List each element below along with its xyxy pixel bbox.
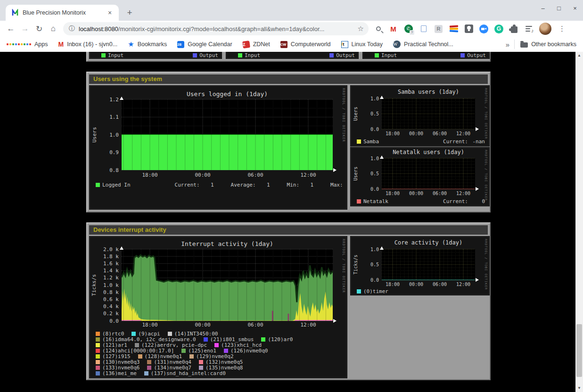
books-icon[interactable] (449, 24, 459, 34)
new-tab-button[interactable]: + (123, 7, 136, 19)
computerworld-icon: CW (280, 41, 287, 48)
window-close-button[interactable]: × (571, 5, 579, 12)
wordpress-icon: W (393, 41, 401, 48)
zdnet-icon: Z (242, 41, 250, 49)
bookmark-item-linux-today[interactable]: /t Linux Today (341, 41, 383, 48)
bookmarks-divider (514, 40, 515, 49)
bookmarks-overflow-chevron[interactable]: » (506, 41, 509, 49)
other-bookmarks[interactable]: Other bookmarks (520, 41, 576, 48)
scrollbar-thumb[interactable] (576, 324, 582, 377)
svg-text:1.2: 1.2 (109, 97, 119, 103)
zoom-icon[interactable] (479, 24, 489, 34)
svg-text:06:00: 06:00 (433, 191, 447, 196)
tab-close-icon[interactable]: × (106, 9, 114, 16)
section-interrupts: Devices interrupt activity 2.0 k1.8 k1.6… (86, 222, 491, 380)
svg-text:0.9: 0.9 (109, 149, 119, 155)
svg-text:06:00: 06:00 (247, 172, 263, 178)
bookmark-item-zdnet[interactable]: Z ZDNet (243, 41, 270, 48)
rrdtool-credit: RRDTOOL / TOBI OETIKER (484, 239, 488, 290)
scroll-up-arrow[interactable]: ▲ (575, 52, 583, 59)
svg-text:Samba users (1day): Samba users (1day) (398, 89, 459, 95)
legend-item: (120)ar0 (261, 336, 293, 343)
gmail-icon[interactable]: M (388, 24, 398, 34)
extensions-puzzle-icon[interactable] (509, 24, 519, 34)
svg-text:0.4 k: 0.4 k (103, 303, 119, 310)
bookmark-item-computerworld[interactable]: CW Computerworld (280, 41, 331, 48)
bookmark-item-bookmarks[interactable]: ★ Bookmarks (128, 40, 167, 49)
legend-stat: Current:0 (443, 199, 485, 204)
svg-text:0.5: 0.5 (370, 262, 379, 267)
svg-text:00:00: 00:00 (409, 282, 423, 287)
svg-text:18:00: 18:00 (386, 191, 400, 196)
linux-today-icon: /t (341, 41, 348, 48)
svg-text:00:00: 00:00 (409, 131, 423, 136)
bookmark-item-google-calendar[interactable]: 28 Google Calendar (177, 41, 232, 48)
legend-item: Netatalk (357, 198, 388, 204)
tab-title: Blue Precision Monitorix (23, 9, 106, 16)
svg-text:0.0: 0.0 (109, 318, 119, 324)
copy-icon[interactable] (419, 24, 428, 34)
legend-stat: Min:1 (287, 182, 314, 188)
core-activity-graph[interactable]: 1.00.50.018:0000:0006:0012:00Core activi… (351, 237, 489, 295)
home-button[interactable]: ⌂ (46, 24, 60, 33)
calendar-icon: 28 (177, 41, 184, 48)
legend-stat: Current:1 (175, 182, 214, 188)
legend-item: Input (101, 52, 123, 58)
svg-text:Ticks/s: Ticks/s (353, 254, 358, 274)
star-icon: ★ (128, 40, 134, 49)
bookmark-item-inbox[interactable]: M Inbox (16) - sjvn0... (58, 41, 118, 48)
netatalk-users-graph[interactable]: 1.00.50.018:0000:0006:0012:00Netatalk us… (351, 147, 489, 206)
gmail-icon: M (58, 41, 64, 48)
svg-text:12:00: 12:00 (300, 322, 316, 328)
svg-text:0.6 k: 0.6 k (103, 296, 119, 302)
svg-text:12:00: 12:00 (456, 282, 470, 287)
browser-menu-icon[interactable]: ⋮ (558, 24, 565, 33)
svg-text:Interrupt activity (1day): Interrupt activity (1day) (181, 240, 273, 247)
svg-text:Users: Users (353, 106, 358, 121)
hangouts-icon[interactable]: ✆? (403, 24, 413, 34)
window-maximize-button[interactable]: □ (555, 5, 563, 12)
svg-text:1.0: 1.0 (370, 247, 379, 252)
svg-text:0.2 k: 0.2 k (103, 310, 119, 317)
back-button[interactable]: ← (4, 24, 18, 33)
apps-grid-icon (7, 43, 31, 45)
legend-item: Input (375, 52, 397, 58)
forward-button[interactable]: → (18, 24, 32, 33)
window-minimize-button[interactable]: – (539, 5, 547, 12)
grammarly-icon[interactable]: G (494, 24, 504, 34)
svg-text:Users: Users (91, 127, 98, 142)
browser-toolbar: ← → ↻ ⌂ ⓘ localhost:8080/monitorix-cgi/m… (0, 21, 583, 37)
profile-avatar[interactable] (539, 23, 551, 35)
address-bar[interactable]: ⓘ localhost:8080/monitorix-cgi/monitorix… (63, 22, 369, 35)
bookmark-item-apps[interactable]: Apps (7, 41, 48, 48)
samba-users-graph[interactable]: 1.00.50.018:0000:0006:0012:00Samba users… (351, 86, 489, 146)
window-controls: – □ × (539, 5, 579, 12)
bookmark-item-practical-technology[interactable]: W Practical Technol... (393, 41, 453, 48)
svg-text:06:00: 06:00 (433, 282, 447, 287)
users-logged-in-graph[interactable]: 1.21.11.00.90.818:0000:0006:0012:00Users… (90, 86, 347, 209)
scroll-down-arrow[interactable]: ▼ (575, 384, 583, 392)
bookmark-star-icon[interactable]: ☆ (358, 24, 364, 33)
reload-button[interactable]: ↻ (32, 24, 46, 34)
search-icon[interactable] (373, 24, 383, 34)
svg-text:0.5: 0.5 (370, 111, 379, 116)
svg-text:1.8 k: 1.8 k (103, 253, 119, 260)
active-tab[interactable]: Blue Precision Monitorix × (6, 5, 119, 21)
legend-item: Samba (357, 139, 379, 145)
legend-item: (137)snd_hda_intel:card0 (144, 370, 226, 376)
page-info-icon[interactable]: ⓘ (69, 24, 75, 33)
svg-text:Core activity (1day): Core activity (1day) (394, 239, 463, 246)
r-extension-icon[interactable]: R (434, 24, 443, 34)
legend-item: (136)mei_me (96, 370, 137, 376)
section-title: Users using the system (89, 74, 488, 84)
monitorix-page: InputOutput InputOutput InputOutput User… (0, 52, 575, 392)
svg-text:Netatalk users (1day): Netatalk users (1day) (393, 149, 464, 155)
scrollbar[interactable]: ▲ ▼ (575, 52, 583, 392)
svg-text:1.0: 1.0 (370, 96, 379, 101)
url-text[interactable]: localhost:8080/monitorix-cgi/monitorix.c… (79, 25, 355, 33)
svg-text:1.4 k: 1.4 k (103, 268, 119, 274)
keep-icon[interactable] (464, 24, 474, 34)
playlist-icon[interactable]: ♪ (524, 24, 534, 34)
svg-text:1.0: 1.0 (370, 156, 379, 161)
interrupt-activity-graph[interactable]: 2.0 k1.8 k1.6 k1.4 k1.2 k1.0 k0.8 k0.6 k… (90, 237, 347, 378)
